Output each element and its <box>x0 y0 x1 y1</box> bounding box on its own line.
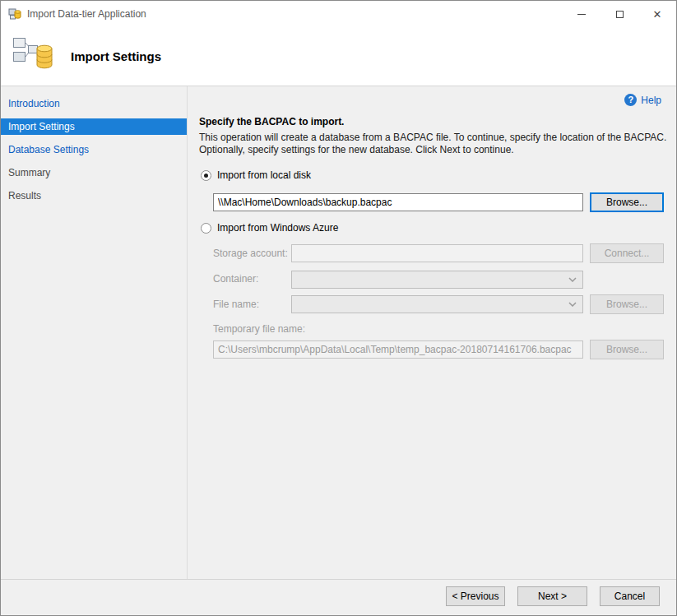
close-icon: ✕ <box>653 9 662 20</box>
help-icon: ? <box>624 94 637 106</box>
minimize-icon <box>577 14 586 15</box>
sidebar-item-introduction[interactable]: Introduction <box>1 95 187 112</box>
import-from-local-disk-label: Import from local disk <box>217 169 311 181</box>
import-settings-panel: ? Help Specify the BACPAC to import. Thi… <box>187 86 676 579</box>
maximize-button[interactable] <box>600 1 638 27</box>
help-label: Help <box>641 95 661 106</box>
radio-unselected-icon <box>201 223 211 234</box>
wizard-footer: < Previous Next > Cancel <box>1 579 676 615</box>
sidebar-item-results: Results <box>1 188 187 204</box>
file-name-dropdown <box>291 295 583 313</box>
bacpac-path-input[interactable] <box>213 193 583 211</box>
browse-azure-button: Browse... <box>590 294 664 314</box>
browse-temp-button: Browse... <box>590 340 664 359</box>
previous-button[interactable]: < Previous <box>446 586 505 606</box>
temporary-file-name-input <box>213 340 583 359</box>
radio-selected-icon <box>201 170 211 181</box>
import-data-tier-application-dialog: Import Data-tier Application ✕ Import Se… <box>0 0 677 616</box>
page-title: Import Settings <box>71 49 161 63</box>
window-controls: ✕ <box>563 1 676 27</box>
chevron-down-icon <box>568 277 577 282</box>
import-from-windows-azure-label: Import from Windows Azure <box>217 222 338 234</box>
import-from-windows-azure-radio[interactable]: Import from Windows Azure <box>201 222 338 234</box>
import-settings-icon <box>12 35 55 78</box>
container-label: Container: <box>213 273 258 285</box>
browse-local-button[interactable]: Browse... <box>590 192 664 212</box>
section-description: This operation will create a database fr… <box>199 132 677 156</box>
sidebar-item-database-settings[interactable]: Database Settings <box>1 141 187 158</box>
sidebar-item-import-settings[interactable]: Import Settings <box>1 118 187 135</box>
storage-account-input <box>291 244 583 262</box>
import-from-local-disk-radio[interactable]: Import from local disk <box>201 169 311 181</box>
window-title: Import Data-tier Application <box>27 8 146 20</box>
connect-button: Connect... <box>590 243 664 263</box>
storage-account-label: Storage account: <box>213 248 288 259</box>
chevron-down-icon <box>568 302 577 307</box>
help-link[interactable]: ? Help <box>624 94 661 106</box>
maximize-icon <box>616 11 624 18</box>
next-button[interactable]: Next > <box>517 586 587 606</box>
wizard-steps-sidebar: Introduction Import Settings Database Se… <box>1 86 187 579</box>
app-icon <box>8 7 21 21</box>
close-button[interactable]: ✕ <box>638 1 676 27</box>
wizard-header: Import Settings <box>1 27 676 86</box>
container-dropdown <box>291 271 583 289</box>
section-heading: Specify the BACPAC to import. <box>199 116 344 127</box>
file-name-label: File name: <box>213 299 259 310</box>
sidebar-item-summary: Summary <box>1 164 187 181</box>
titlebar: Import Data-tier Application ✕ <box>1 1 676 27</box>
cancel-button[interactable]: Cancel <box>600 586 660 606</box>
temporary-file-name-label: Temporary file name: <box>213 323 305 335</box>
minimize-button[interactable] <box>563 1 600 27</box>
